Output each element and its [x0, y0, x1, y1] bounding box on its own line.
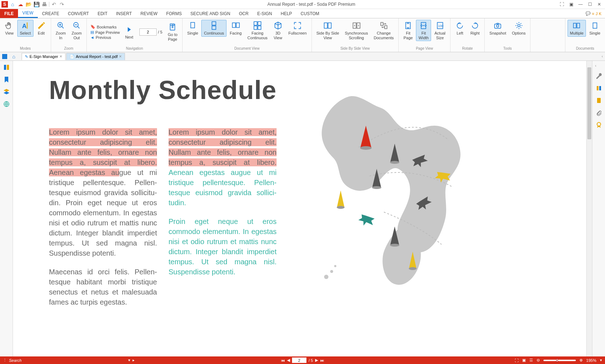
bookmarks-button[interactable]: 🔖Bookmarks — [90, 24, 120, 29]
search-next-icon[interactable]: ▸ — [133, 358, 135, 363]
tab-convert[interactable]: CONVERT — [63, 9, 93, 18]
page-preview-button[interactable]: ▤Page Preview — [90, 30, 120, 35]
next-button[interactable]: Next — [122, 24, 136, 41]
search-panel-icon[interactable] — [595, 85, 602, 92]
doctabs-collapse-icon[interactable]: ‹ — [602, 54, 603, 58]
goto-page-button[interactable]: Go to Page — [165, 21, 180, 42]
tab-forms[interactable]: FORMS — [162, 9, 186, 18]
bookmarks-panel-icon[interactable] — [3, 76, 10, 83]
app-logo-icon[interactable]: S — [1, 1, 8, 8]
tab-insert[interactable]: INSERT — [112, 9, 136, 18]
fit-width-button[interactable]: Fit Width — [416, 20, 431, 41]
web-panel-icon[interactable] — [3, 100, 10, 108]
redo-icon[interactable]: ↷ — [59, 1, 65, 8]
mode-edit-button[interactable]: Edit — [34, 20, 49, 37]
tab-edit[interactable]: EDIT — [93, 9, 112, 18]
document-canvas[interactable]: Monthly Schedule Lorem ipsum dolor sit a… — [13, 61, 592, 356]
status-menu-icon[interactable]: ⋮ — [3, 358, 7, 363]
next-page-icon[interactable]: ▶ — [315, 358, 318, 363]
doctab-esign[interactable]: ✎ E-Sign Manager × — [22, 53, 66, 60]
prev-page-icon[interactable]: ◀ — [287, 358, 290, 363]
pen-icon: ✎ — [25, 54, 28, 59]
user-menu-icon: ≡ — [592, 12, 594, 16]
tab-file[interactable]: FILE — [0, 9, 18, 18]
search-dropdown-icon[interactable]: ▾ — [128, 358, 130, 363]
actual-size-button[interactable]: 100Actual Size — [432, 20, 448, 41]
3d-view-button[interactable]: 3D View — [271, 20, 285, 41]
panel-icon[interactable]: ▣ — [567, 1, 575, 8]
continuous-view-button[interactable]: Continuous — [201, 20, 227, 37]
scrollbar-thumb[interactable] — [587, 67, 591, 139]
svg-rect-6 — [212, 26, 216, 30]
rotate-right-button[interactable]: Right — [468, 20, 482, 37]
change-docs-button[interactable]: Change Documents — [371, 20, 396, 41]
doctabs-home-icon[interactable]: ⌂ — [12, 54, 15, 59]
first-page-icon[interactable]: ⏮ — [281, 358, 285, 363]
layers-panel-icon[interactable] — [3, 88, 10, 95]
status-page-input[interactable] — [292, 358, 306, 363]
user-badge[interactable]: 💬 ≡ J K — [582, 9, 605, 18]
tab-view[interactable]: VIEW — [18, 9, 38, 18]
svg-rect-14 — [328, 23, 331, 28]
status-fullscreen-icon[interactable]: ⛶ — [515, 358, 519, 363]
home-icon[interactable]: ⌂ — [9, 1, 16, 8]
single-view-button[interactable]: Single — [185, 20, 201, 37]
snapshot-button[interactable]: Snapshot — [487, 20, 508, 37]
zoom-level-label[interactable]: 195% — [586, 358, 596, 363]
status-search-label[interactable]: Search — [9, 358, 22, 363]
save-icon[interactable]: 💾 — [33, 1, 40, 8]
open-icon[interactable]: 📂 — [25, 1, 32, 8]
zoom-out-status-icon[interactable]: ⊖ — [537, 358, 540, 363]
tab-custom[interactable]: CUSTOM — [296, 9, 324, 18]
page-number-input[interactable] — [139, 28, 157, 36]
facing-view-button[interactable]: Facing — [227, 20, 244, 37]
multiple-docs-button[interactable]: Multiple — [568, 20, 586, 37]
single-doc-button[interactable]: Single — [587, 20, 603, 37]
vertical-scrollbar[interactable] — [586, 61, 592, 356]
zoom-slider-thumb[interactable] — [556, 359, 558, 362]
sbs-view-button[interactable]: Side By Side View — [314, 20, 342, 41]
tab-review[interactable]: REVIEW — [136, 9, 162, 18]
cloud-upload-icon[interactable]: ☁ — [17, 1, 24, 8]
zoom-in-button[interactable]: Zoom In — [53, 20, 68, 41]
close-tab-icon[interactable]: × — [60, 54, 62, 59]
minimize-icon[interactable]: — — [576, 1, 585, 8]
zoom-slider[interactable] — [543, 360, 576, 361]
status-layout-icon[interactable]: ☰ — [529, 358, 533, 363]
tab-secure[interactable]: SECURE AND SIGN — [186, 9, 235, 18]
sync-scroll-button[interactable]: Synchronous Scrolling — [342, 20, 371, 41]
mode-view-button[interactable]: View — [2, 20, 17, 37]
clipboard-panel-icon[interactable] — [595, 97, 602, 104]
facing-continuous-button[interactable]: Facing Continuous — [245, 20, 270, 41]
expand-icon[interactable]: ⛶ — [557, 1, 566, 8]
close-icon[interactable]: ✕ — [595, 1, 604, 8]
close-tab-icon[interactable]: × — [119, 54, 122, 59]
last-page-icon[interactable]: ⏭ — [320, 358, 324, 363]
fullscreen-view-button[interactable]: Fullscreen — [286, 20, 309, 37]
zoom-out-button[interactable]: Zoom Out — [69, 20, 84, 41]
undo-icon[interactable]: ↶ — [51, 1, 57, 8]
options-button[interactable]: Options — [510, 20, 528, 37]
collapse-right-icon[interactable]: ‹ — [595, 64, 602, 67]
badge-icon[interactable] — [595, 121, 602, 129]
tab-esign[interactable]: E-SIGN — [253, 9, 276, 18]
mode-select-button[interactable]: A Select — [17, 20, 33, 37]
zoom-in-status-icon[interactable]: ⊕ — [579, 358, 583, 363]
status-fit-icon[interactable]: ▣ — [522, 358, 526, 363]
tab-ocr[interactable]: OCR — [234, 9, 253, 18]
print-icon[interactable]: 🖶 — [41, 1, 48, 8]
maximize-icon[interactable]: ☐ — [586, 1, 594, 8]
doctabs-back-icon[interactable] — [2, 54, 7, 59]
tab-create[interactable]: CREATE — [38, 9, 64, 18]
attachment-icon[interactable] — [595, 109, 602, 116]
tab-help[interactable]: HELP — [276, 9, 296, 18]
svg-rect-26 — [574, 23, 577, 28]
properties-icon[interactable] — [595, 72, 602, 80]
pages-panel-icon[interactable] — [3, 64, 10, 71]
zoom-dropdown-icon[interactable]: ▾ — [600, 358, 602, 363]
fit-page-button[interactable]: Fit Page — [401, 20, 415, 41]
previous-button[interactable]: ◄Previous — [90, 35, 120, 40]
doctab-report[interactable]: 📄 Annual Report - test.pdf × — [66, 53, 125, 60]
actual-size-icon: 100 — [435, 21, 445, 30]
rotate-left-button[interactable]: Left — [453, 20, 467, 37]
